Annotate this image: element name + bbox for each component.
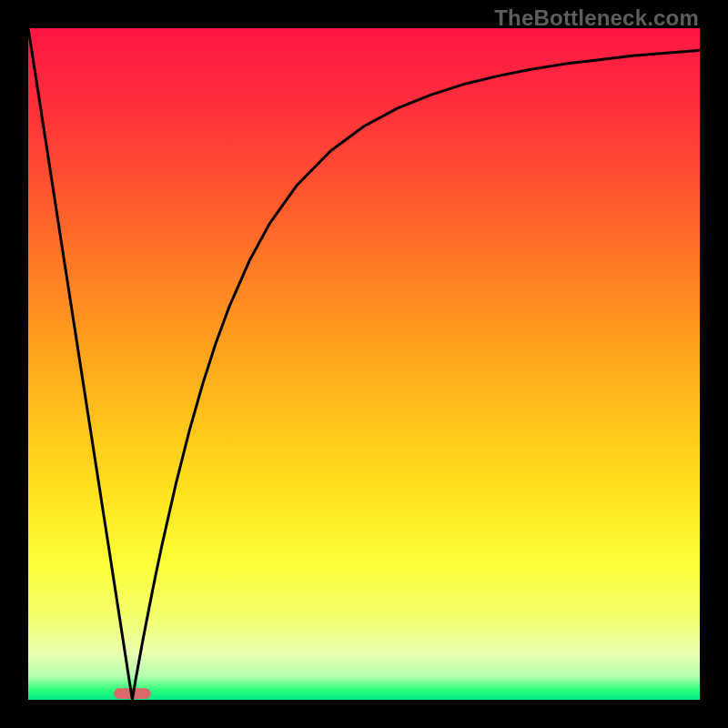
background-gradient: [28, 28, 700, 700]
plot-area: [28, 28, 700, 700]
plot-svg: [28, 28, 700, 700]
watermark-text: TheBottleneck.com: [494, 5, 699, 31]
chart-frame: TheBottleneck.com: [0, 0, 728, 728]
